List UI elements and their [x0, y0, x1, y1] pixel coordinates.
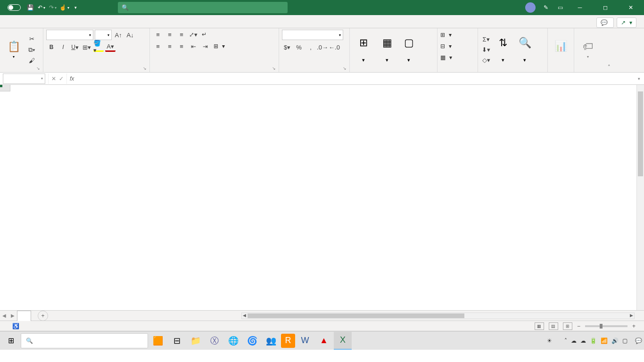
chrome-icon[interactable]: 🌐 — [224, 332, 242, 350]
app-icon[interactable]: Ⓧ — [206, 332, 223, 350]
edge-icon[interactable]: 🌀 — [243, 332, 261, 350]
scroll-left-icon[interactable]: ◀ — [243, 313, 246, 318]
increase-decimal-icon[interactable]: .0→ — [317, 42, 328, 52]
acrobat-icon[interactable]: ▲ — [315, 332, 333, 350]
cell-styles-button[interactable]: ▢▾ — [400, 33, 418, 67]
dialog-launcher-icon[interactable]: ↘ — [36, 66, 40, 71]
page-break-view-button[interactable]: ⊞ — [563, 322, 572, 330]
ime-icon[interactable]: ▢ — [622, 337, 627, 344]
normal-view-button[interactable]: ▦ — [535, 322, 544, 330]
qat-customize-icon[interactable]: ▾ — [72, 4, 79, 11]
sheet-nav-left-icon[interactable]: ◀ — [0, 313, 8, 318]
accessibility-status[interactable]: ♿ — [12, 323, 19, 329]
bold-button[interactable]: B — [46, 42, 57, 52]
notifications-icon[interactable]: 💬 — [635, 337, 642, 344]
scrollbar-thumb[interactable] — [638, 91, 643, 176]
word-icon[interactable]: W — [296, 332, 314, 350]
align-top-icon[interactable]: ≡ — [153, 30, 163, 39]
orientation-icon[interactable]: ⤢▾ — [188, 30, 198, 39]
task-view-icon[interactable]: ⊟ — [168, 332, 186, 350]
cut-icon[interactable]: ✂ — [26, 34, 37, 44]
wifi-icon[interactable]: 📶 — [601, 337, 608, 344]
ribbon-display-icon[interactable]: ▭ — [556, 4, 564, 11]
start-button[interactable]: ⊞ — [2, 332, 20, 350]
expand-formula-bar-icon[interactable]: ▾ — [634, 76, 644, 81]
underline-button[interactable]: U▾ — [70, 42, 80, 52]
font-color-button[interactable]: A▾ — [105, 42, 116, 52]
fx-icon[interactable]: fx — [67, 75, 77, 82]
battery-icon[interactable]: 🔋 — [590, 337, 597, 344]
format-cells-button[interactable]: ▦ ▾ — [440, 52, 452, 63]
dialog-launcher-icon[interactable]: ↘ — [143, 66, 147, 71]
align-right-icon[interactable]: ≡ — [176, 41, 187, 51]
zoom-in-button[interactable]: + — [632, 323, 636, 329]
autosum-icon[interactable]: Σ▾ — [481, 35, 491, 44]
cancel-formula-icon[interactable]: ✕ — [51, 75, 56, 82]
name-box[interactable]: ▾ — [3, 74, 45, 84]
maximize-button[interactable]: ◻ — [596, 0, 615, 15]
zoom-out-button[interactable]: − — [577, 323, 580, 329]
search-box[interactable]: 🔍 — [118, 2, 288, 13]
number-format-combo[interactable]: ▾ — [282, 30, 343, 40]
fill-color-button[interactable]: 🪣▾ — [93, 42, 104, 52]
scroll-right-icon[interactable]: ▶ — [630, 313, 633, 318]
taskbar-search[interactable]: 🔍 — [21, 333, 148, 348]
add-sheet-button[interactable]: + — [38, 311, 48, 321]
conditional-formatting-button[interactable]: ⊞▾ — [353, 33, 374, 67]
insert-cells-button[interactable]: ⊞ ▾ — [440, 30, 452, 40]
enter-formula-icon[interactable]: ✓ — [59, 75, 64, 82]
dialog-launcher-icon[interactable]: ↘ — [272, 66, 276, 71]
share-button[interactable]: ↗ ▾ — [617, 17, 636, 28]
volume-icon[interactable]: 🔊 — [611, 337, 619, 344]
increase-indent-icon[interactable]: ⇥ — [200, 41, 210, 51]
copy-icon[interactable]: ⧉▾ — [26, 45, 37, 55]
weather-widget[interactable]: ☀ — [547, 337, 554, 344]
sheet-nav-right-icon[interactable]: ▶ — [8, 313, 17, 318]
decrease-indent-icon[interactable]: ⇤ — [188, 41, 198, 51]
sort-filter-button[interactable]: ⇅▾ — [493, 33, 513, 67]
decrease-decimal-icon[interactable]: ←.0 — [329, 42, 339, 52]
font-size-combo[interactable]: ▾ — [95, 30, 112, 40]
zoom-slider[interactable] — [585, 325, 627, 327]
fill-icon[interactable]: ⬇▾ — [481, 45, 491, 55]
borders-button[interactable]: ⊞▾ — [82, 42, 92, 52]
italic-button[interactable]: I — [58, 42, 68, 52]
comments-button[interactable]: 💬 — [596, 17, 614, 28]
dialog-launcher-icon[interactable]: ↘ — [343, 66, 347, 71]
find-select-button[interactable]: 🔍▾ — [515, 33, 535, 67]
redo-icon[interactable]: ↷▾ — [49, 4, 57, 11]
percent-icon[interactable]: % — [294, 42, 304, 52]
tray-expand-icon[interactable]: ˄ — [564, 337, 567, 344]
clear-icon[interactable]: ◇▾ — [481, 56, 491, 65]
merge-center-button[interactable]: ⊞ ▾ — [212, 41, 227, 51]
align-middle-icon[interactable]: ≡ — [165, 30, 175, 39]
excel-icon[interactable]: X — [334, 332, 352, 350]
close-button[interactable]: ✕ — [621, 0, 640, 15]
save-icon[interactable]: 💾 — [26, 4, 34, 11]
align-center-icon[interactable]: ≡ — [165, 41, 175, 51]
minimize-button[interactable]: ─ — [570, 0, 589, 15]
paste-button[interactable]: 📋 ▾ — [3, 33, 25, 67]
currency-icon[interactable]: $▾ — [282, 42, 292, 52]
teams-icon[interactable]: 👥 — [262, 332, 280, 350]
format-painter-icon[interactable]: 🖌 — [26, 56, 37, 66]
toggle-off-icon[interactable] — [8, 4, 21, 11]
format-as-table-button[interactable]: ▦▾ — [376, 33, 398, 67]
horizontal-scrollbar[interactable]: ◀ ▶ — [241, 313, 635, 319]
comma-icon[interactable]: , — [305, 42, 316, 52]
touch-mode-icon[interactable]: ☝▾ — [60, 4, 68, 11]
page-layout-view-button[interactable]: ▤ — [549, 322, 558, 330]
vertical-scrollbar[interactable] — [636, 85, 644, 310]
delete-cells-button[interactable]: ⊟ ▾ — [440, 41, 452, 51]
user-avatar[interactable] — [525, 2, 536, 13]
decrease-font-icon[interactable]: A↓ — [125, 30, 135, 40]
undo-icon[interactable]: ↶▾ — [38, 4, 45, 11]
pen-icon[interactable]: ✎ — [542, 4, 550, 11]
select-all-button[interactable] — [0, 85, 10, 91]
app-icon-r[interactable]: R — [281, 334, 295, 348]
align-bottom-icon[interactable]: ≡ — [176, 30, 187, 39]
file-explorer-icon[interactable]: 📁 — [187, 332, 205, 350]
scrollbar-thumb[interactable] — [248, 313, 464, 318]
column-headers[interactable] — [10, 85, 636, 91]
wrap-text-button[interactable]: ↵ — [200, 30, 210, 39]
